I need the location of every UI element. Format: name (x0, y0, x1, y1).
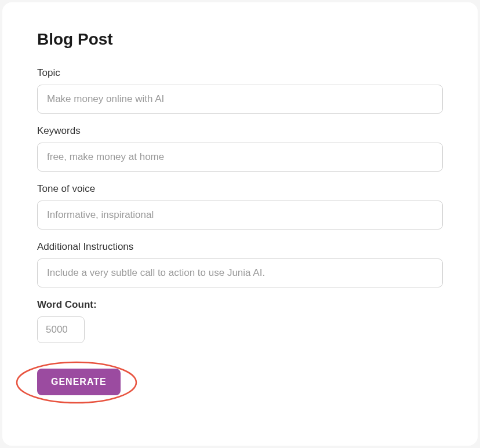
keywords-group: Keywords (37, 125, 443, 172)
keywords-label: Keywords (37, 125, 443, 137)
tone-label: Tone of voice (37, 183, 443, 195)
topic-input[interactable] (37, 85, 443, 114)
word-count-group: Word Count: (37, 299, 443, 343)
tone-group: Tone of voice (37, 183, 443, 230)
generate-button-wrap: GENERATE (37, 369, 121, 395)
instructions-input[interactable] (37, 258, 443, 287)
word-count-input[interactable] (37, 316, 85, 343)
word-count-label: Word Count: (37, 299, 443, 311)
topic-group: Topic (37, 67, 443, 114)
blog-post-card: Blog Post Topic Keywords Tone of voice A… (2, 2, 478, 446)
topic-label: Topic (37, 67, 443, 79)
generate-button[interactable]: GENERATE (37, 369, 121, 395)
instructions-label: Additional Instructions (37, 241, 443, 253)
keywords-input[interactable] (37, 143, 443, 172)
instructions-group: Additional Instructions (37, 241, 443, 287)
tone-input[interactable] (37, 201, 443, 230)
page-title: Blog Post (37, 30, 443, 49)
